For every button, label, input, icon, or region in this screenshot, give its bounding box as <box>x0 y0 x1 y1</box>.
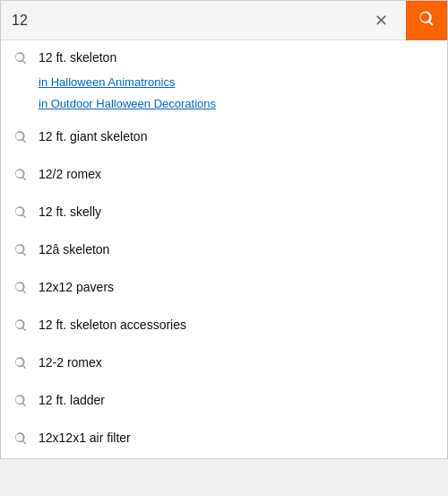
search-bar: ✕ <box>1 1 447 40</box>
suggestion-text: 12 ft. skelly <box>39 204 101 222</box>
list-item[interactable]: 12 ft. skelly <box>1 195 447 232</box>
search-icon <box>13 281 28 299</box>
search-icon <box>418 10 435 30</box>
search-container: ✕ 12 ft. skeleton in Halloween Animatron… <box>0 0 448 459</box>
suggestion-text: 12-2 romex <box>39 354 102 372</box>
list-item[interactable]: 12 ft. skeleton <box>1 40 447 71</box>
search-icon <box>13 431 28 449</box>
suggestion-text: 12 ft. giant skeleton <box>39 128 147 146</box>
list-item[interactable]: 12â skeleton <box>1 232 447 270</box>
search-input-wrapper: ✕ <box>1 7 406 34</box>
list-item[interactable]: 12 ft. giant skeleton <box>1 119 447 157</box>
suggestion-text: 12/2 romex <box>39 166 101 184</box>
search-icon <box>13 130 28 148</box>
search-icon <box>13 318 28 336</box>
suggestion-text: 12 ft. ladder <box>39 392 105 410</box>
suggestion-text: 12x12 pavers <box>39 279 114 297</box>
suggestions-list: 12 ft. skeleton in Halloween Animatronic… <box>1 40 447 458</box>
sub-suggestion-item[interactable]: in Outdoor Halloween Decorations <box>39 92 447 114</box>
clear-icon: ✕ <box>375 11 388 30</box>
list-item[interactable]: 12x12 pavers <box>1 270 447 308</box>
search-input[interactable] <box>12 13 367 29</box>
clear-button[interactable]: ✕ <box>367 7 395 34</box>
list-item[interactable]: 12 ft. skeleton accessories <box>1 308 447 345</box>
suggestion-text: 12 ft. skeleton <box>39 49 116 67</box>
list-item[interactable]: 12-2 romex <box>1 345 447 383</box>
list-item[interactable]: 12x12x1 air filter <box>1 421 447 458</box>
search-icon <box>13 51 28 69</box>
search-icon <box>13 356 28 374</box>
suggestion-text: 12â skeleton <box>39 241 109 259</box>
list-item[interactable]: 12 ft. ladder <box>1 383 447 421</box>
suggestion-text: 12 ft. skeleton accessories <box>39 317 186 335</box>
sub-suggestions-list: in Halloween Animatronicsin Outdoor Hall… <box>1 71 447 119</box>
list-item[interactable]: 12/2 romex <box>1 157 447 195</box>
search-icon <box>13 394 28 412</box>
search-button[interactable] <box>406 1 447 40</box>
sub-suggestion-item[interactable]: in Halloween Animatronics <box>39 71 447 92</box>
sub-suggestion-text: in Halloween Animatronics <box>39 75 175 89</box>
search-icon <box>13 243 28 261</box>
suggestion-text: 12x12x1 air filter <box>39 430 131 448</box>
sub-suggestion-text: in Outdoor Halloween Decorations <box>39 97 216 110</box>
search-icon <box>13 168 28 186</box>
search-icon <box>13 205 28 223</box>
